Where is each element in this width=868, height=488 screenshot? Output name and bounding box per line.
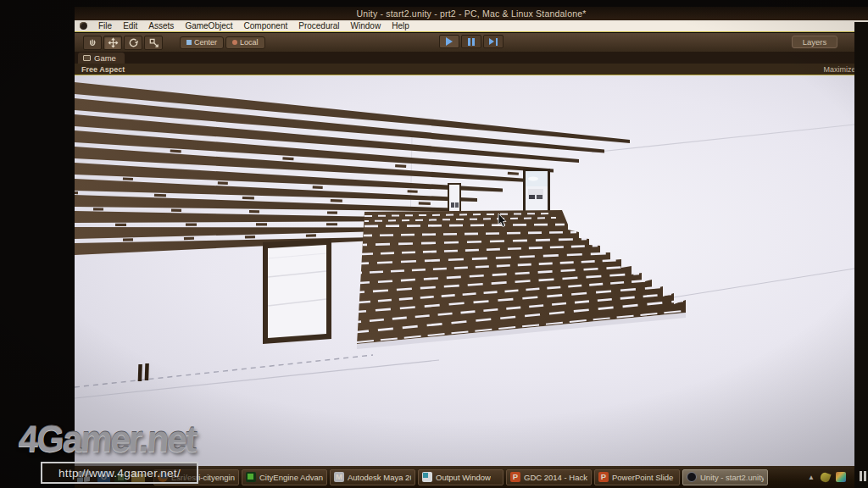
menu-item-component[interactable]: Component	[244, 21, 288, 30]
tray-color-icon[interactable]	[836, 472, 846, 482]
powerpoint-icon: P	[510, 472, 520, 482]
move-tool-button[interactable]	[103, 36, 122, 50]
taskbar-item-output-window[interactable]: Output Window	[418, 469, 504, 485]
pivot-local-label: Local	[240, 38, 259, 47]
menu-item-edit[interactable]: Edit	[123, 21, 137, 30]
game-viewport[interactable]	[75, 75, 868, 466]
pivot-center-icon	[186, 40, 192, 45]
play-button[interactable]	[439, 35, 459, 48]
taskbar-item-ppt-slideshow[interactable]: P PowerPoint Slide Sh...	[594, 469, 680, 485]
menu-item-help[interactable]: Help	[392, 21, 409, 30]
menu-item-gameobject[interactable]: GameObject	[185, 21, 232, 30]
edge-light-artifact	[860, 471, 866, 481]
output-window-icon	[422, 472, 432, 482]
taskbar-item-maya[interactable]: M Autodesk Maya 2012...	[330, 469, 415, 485]
menu-bar: File Edit Assets GameObject Component Pr…	[75, 20, 868, 32]
hand-tool-button[interactable]	[83, 36, 102, 50]
scale-tool-icon	[148, 37, 159, 48]
watermark-url-box: http://www.4gamer.net/	[41, 462, 198, 484]
cityengine-icon	[246, 472, 256, 482]
tab-game[interactable]: Game	[78, 53, 125, 64]
taskbar-item-gdc-ppt[interactable]: P GDC 2014 - Hacking ...	[506, 469, 592, 485]
rotate-tool-icon	[128, 37, 139, 48]
aspect-dropdown[interactable]: Free Aspect	[81, 65, 125, 74]
rotate-tool-button[interactable]	[124, 36, 142, 50]
wall-window	[263, 239, 331, 344]
screen-edge-band	[854, 22, 868, 488]
pivot-local-button[interactable]: Local	[225, 36, 265, 49]
pivot-controls: Center Local	[180, 36, 265, 49]
move-tool-icon	[108, 37, 119, 48]
game-view-controls: Free Aspect Maximize on Play	[75, 64, 868, 75]
step-icon	[489, 38, 494, 45]
tray-expand-button[interactable]: ▲	[808, 474, 815, 481]
layers-dropdown[interactable]: Layers	[792, 36, 837, 48]
scene-render	[75, 75, 854, 466]
play-icon	[446, 37, 453, 46]
pivot-center-label: Center	[194, 38, 217, 47]
step-button[interactable]	[483, 35, 504, 48]
menu-item-window[interactable]: Window	[351, 21, 381, 30]
pause-icon	[472, 38, 475, 46]
projection-photo: Unity - start2.unity - prt2 - PC, Mac & …	[0, 0, 868, 488]
game-tab-label: Game	[94, 53, 116, 63]
taskbar-item-cityengine[interactable]: CityEngine Advance...	[242, 469, 327, 485]
taskbar-item-unity[interactable]: Unity - start2.unity - ...	[682, 469, 768, 485]
menu-item-procedural[interactable]: Procedural	[298, 21, 339, 30]
unity-app-icon	[80, 22, 87, 30]
play-controls	[439, 35, 504, 48]
pivot-center-button[interactable]: Center	[180, 36, 224, 49]
unity-icon	[687, 472, 697, 482]
window-titlebar: Unity - start2.unity - prt2 - PC, Mac & …	[75, 7, 868, 20]
toolbar: Center Local Layers	[75, 33, 868, 52]
window-title: Unity - start2.unity - prt2 - PC, Mac & …	[356, 8, 586, 19]
menu-item-file[interactable]: File	[98, 21, 112, 30]
maya-icon: M	[334, 472, 344, 482]
taskbar-items: Esri/esri-cityengine-s... CityEngine Adv…	[153, 469, 768, 485]
transform-tools	[83, 36, 163, 50]
pause-button[interactable]	[461, 35, 481, 48]
game-tab-icon	[83, 55, 91, 61]
menu-item-assets[interactable]: Assets	[148, 21, 174, 30]
scale-tool-button[interactable]	[144, 36, 163, 50]
staircase	[357, 210, 686, 349]
floor-details	[75, 355, 439, 398]
game-tab-row: Game	[75, 52, 868, 64]
tray-app-icon[interactable]	[819, 471, 831, 483]
layers-label: Layers	[803, 37, 827, 47]
desktop-screen: Unity - start2.unity - prt2 - PC, Mac & …	[75, 7, 868, 488]
pivot-local-icon	[232, 40, 237, 45]
watermark-logo: 4Gamer.net	[17, 418, 197, 460]
powerpoint-icon: P	[598, 472, 609, 482]
watermark-url: http://www.4gamer.net/	[58, 467, 181, 480]
hand-tool-icon	[87, 37, 98, 48]
